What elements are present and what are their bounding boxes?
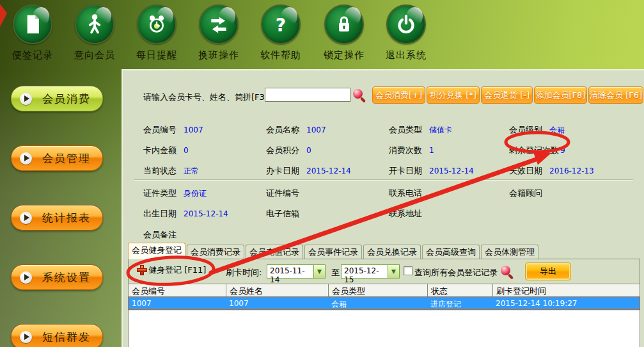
toolbar-label: 换班操作 <box>192 49 246 61</box>
sidebar-item-label: 系统设置 <box>42 270 91 285</box>
toolbar-item-lock[interactable]: 锁定操作 <box>317 4 371 61</box>
table-row[interactable]: 1007 1007 会籍 进店登记 2015-12-14 10:19:27 <box>129 297 640 309</box>
play-icon <box>20 152 32 165</box>
sidebar-item-label: 会员管理 <box>42 151 91 166</box>
toolbar-label: 意向会员 <box>68 49 122 61</box>
field-card-balance: 卡内金额0 <box>143 145 189 156</box>
swap-arrows-icon <box>199 4 239 44</box>
sidebar-item-label: 短信群发 <box>42 330 91 344</box>
sidebar-item-member-consume[interactable]: 会员消费 <box>11 86 103 111</box>
toolbar-label: 每日提醒 <box>130 49 184 61</box>
top-toolbar: 便签记录 意向会员 每日提醒 换班操作 ? 软件帮助 <box>0 0 644 68</box>
cell-member-type: 会籍 <box>328 297 427 309</box>
add-member-button[interactable]: 添加会员[F8] <box>534 86 587 104</box>
sidebar-item-reports[interactable]: 统计报表 <box>11 205 103 230</box>
cell-member-name: 1007 <box>226 297 328 309</box>
points-exchange-button[interactable]: 积分兑换 [*] <box>427 86 480 104</box>
tab-fitness-register[interactable]: 会员健身登记 <box>128 243 185 259</box>
tab-advanced-query[interactable]: 会员高级查询 <box>422 245 480 259</box>
field-birth-date: 出生日期2015-12-14 <box>143 208 228 220</box>
tab-recharge-records[interactable]: 会员充值记录 <box>246 245 303 259</box>
svg-text:?: ? <box>276 15 286 36</box>
field-card-open-date: 开卡日期2015-12-14 <box>389 165 474 177</box>
chevron-down-icon: ▼ <box>313 265 325 278</box>
sidebar-item-label: 会员消费 <box>42 92 91 106</box>
sidebar-item-label: 统计报表 <box>42 211 91 225</box>
field-member-id: 会员编号1007 <box>143 124 203 136</box>
field-member-level: 会员级别会籍 <box>509 124 565 136</box>
filter-search-icon[interactable] <box>501 266 510 275</box>
column-status: 状态 <box>427 284 492 297</box>
record-tabs: 会员健身登记 会员消费记录 会员充值记录 会员事件记录 会员兑换记录 会员高级查… <box>128 243 540 259</box>
tab-exchange-records[interactable]: 会员兑换记录 <box>363 245 421 259</box>
power-icon <box>386 4 426 44</box>
query-all-label: 查询所有会员登记记录 <box>414 267 498 278</box>
fitness-register-button[interactable]: 健身登记 [F11] <box>137 264 206 276</box>
help-icon: ? <box>261 4 301 44</box>
field-member-name: 会员名称1007 <box>266 124 326 136</box>
note-icon <box>13 4 52 44</box>
toolbar-item-reminders[interactable]: 每日提醒 <box>130 4 184 61</box>
play-icon <box>20 212 32 224</box>
member-refund-button[interactable]: 会员退货 [-] <box>481 86 533 104</box>
cell-member-id: 1007 <box>129 297 226 309</box>
toolbar-item-prospects[interactable]: 意向会员 <box>68 4 122 61</box>
toolbar-label: 锁定操作 <box>317 49 371 61</box>
field-remaining-register-count: 剩余登记次数9 <box>509 145 565 156</box>
field-consume-count: 消费次数1 <box>389 145 434 156</box>
date-to-select[interactable]: 2015-12-15 ▼ <box>341 264 400 278</box>
toolbar-item-shift-change[interactable]: 换班操作 <box>192 4 246 61</box>
fitness-register-panel: 健身登记 [F11] 刷卡时间: 2015-11-14 ▼ 至 2015-12-… <box>128 259 640 347</box>
tab-event-records[interactable]: 会员事件记录 <box>304 245 362 259</box>
plus-icon <box>137 265 147 275</box>
field-current-status: 当前状态正常 <box>143 165 199 177</box>
main-panel: 请输入会员卡号、姓名、简拼[F3] 会员消费[+] 积分兑换 [*] 会员退货 … <box>122 69 644 347</box>
play-icon <box>20 331 32 343</box>
column-member-id: 会员编号 <box>129 284 226 297</box>
sidebar-item-member-manage[interactable]: 会员管理 <box>11 145 103 171</box>
table-body-empty <box>129 310 640 347</box>
search-input[interactable] <box>265 88 350 102</box>
field-phone: 联系电话 <box>389 188 429 199</box>
query-all-checkbox[interactable] <box>404 266 412 275</box>
cell-swipe-time: 2015-12-14 10:19:27 <box>492 297 640 309</box>
field-id-number: 证件编号 <box>266 188 306 199</box>
search-icon[interactable] <box>353 89 363 99</box>
column-swipe-time: 刷卡登记时间 <box>492 284 640 297</box>
member-consume-button[interactable]: 会员消费[+] <box>372 86 425 104</box>
clear-member-button[interactable]: 清除会员 [F6] <box>588 86 643 104</box>
field-expiry-date: 失效日期2016-12-13 <box>509 165 594 177</box>
cell-status: 进店登记 <box>427 297 492 309</box>
tab-consume-records[interactable]: 会员消费记录 <box>187 245 244 259</box>
play-icon <box>20 93 32 105</box>
chevron-down-icon: ▼ <box>388 265 399 278</box>
toolbar-item-notes[interactable]: 便签记录 <box>6 4 59 61</box>
field-member-points: 会员积分0 <box>266 145 311 156</box>
field-member-remark: 会员备注 <box>143 229 184 241</box>
sidebar-item-sms[interactable]: 短信群发 <box>11 324 103 347</box>
swipe-time-label: 刷卡时间: <box>226 267 262 278</box>
toolbar-item-help[interactable]: ? 软件帮助 <box>254 4 308 61</box>
toolbar-item-exit[interactable]: 退出系统 <box>379 4 433 61</box>
info-divider <box>134 179 633 181</box>
toolbar-label: 软件帮助 <box>254 49 308 61</box>
export-button[interactable]: 导出 <box>525 262 571 280</box>
alarm-icon <box>137 4 177 44</box>
toolbar-label: 退出系统 <box>379 49 433 61</box>
fitness-register-label: 健身登记 [F11] <box>148 264 206 276</box>
lock-icon <box>324 4 364 44</box>
field-id-type: 证件类型身份证 <box>143 188 207 199</box>
table-header: 会员编号 会员姓名 会员类型 状态 刷卡登记时间 <box>129 284 640 298</box>
date-to-value: 2015-12-15 <box>342 265 388 278</box>
sidebar-item-settings[interactable]: 系统设置 <box>11 264 103 290</box>
search-label: 请输入会员卡号、姓名、简拼[F3] <box>143 92 268 103</box>
column-member-name: 会员姓名 <box>226 284 328 297</box>
date-from-select[interactable]: 2015-11-14 ▼ <box>267 264 326 278</box>
field-membership-advisor: 会籍顾问 <box>509 188 549 199</box>
field-address: 联系地址 <box>389 208 429 220</box>
tab-body-test[interactable]: 会员体测管理 <box>481 245 538 259</box>
date-from-value: 2015-11-14 <box>267 265 313 278</box>
field-member-type: 会员类型储值卡 <box>389 124 452 136</box>
field-card-issue-date: 办卡日期2015-12-14 <box>266 165 351 177</box>
play-icon <box>20 271 32 284</box>
